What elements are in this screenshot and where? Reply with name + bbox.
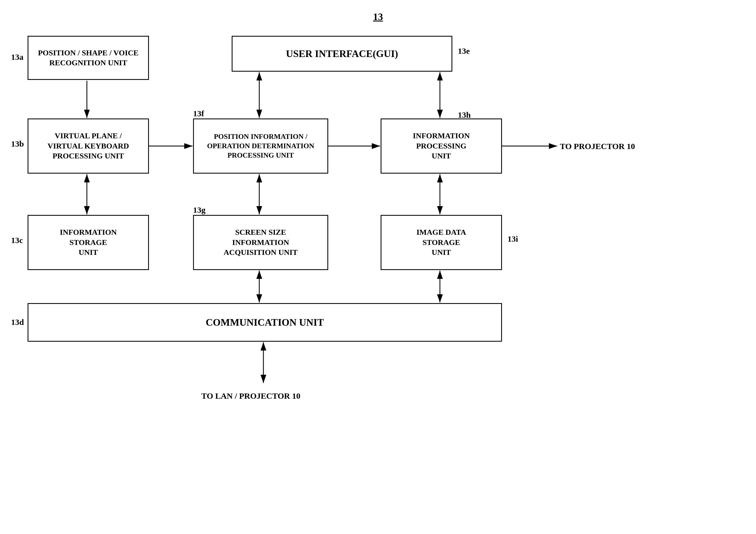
- label-13e: 13e: [458, 46, 470, 56]
- position-info-op-block: POSITION INFORMATION /OPERATION DETERMIN…: [193, 118, 328, 174]
- to-lan-projector-label: TO LAN / PROJECTOR 10: [201, 391, 300, 401]
- communication-unit-block: COMMUNICATION UNIT: [28, 303, 502, 342]
- page-number: 13: [373, 11, 383, 23]
- position-shape-voice-block: POSITION / SHAPE / VOICERECOGNITION UNIT: [28, 36, 149, 80]
- label-13f: 13f: [193, 109, 204, 118]
- diagram-container: 13: [0, 0, 756, 534]
- virtual-plane-block: VIRTUAL PLANE /VIRTUAL KEYBOARDPROCESSIN…: [28, 118, 149, 174]
- label-13h: 13h: [458, 110, 471, 119]
- screen-size-block: SCREEN SIZEINFORMATIONACQUISITION UNIT: [193, 215, 328, 270]
- information-storage-block: INFORMATIONSTORAGEUNIT: [28, 215, 149, 270]
- label-13d: 13d: [11, 318, 24, 327]
- label-13c: 13c: [11, 236, 23, 245]
- label-13b: 13b: [11, 139, 24, 148]
- information-processing-block: INFORMATIONPROCESSINGUNIT: [381, 118, 502, 174]
- user-interface-block: USER INTERFACE(GUI): [232, 36, 452, 72]
- label-13g: 13g: [193, 205, 205, 215]
- image-data-storage-block: IMAGE DATASTORAGEUNIT: [381, 215, 502, 270]
- to-projector-label: TO PROJECTOR 10: [560, 141, 635, 151]
- label-13a: 13a: [11, 52, 23, 62]
- label-13i: 13i: [507, 234, 518, 243]
